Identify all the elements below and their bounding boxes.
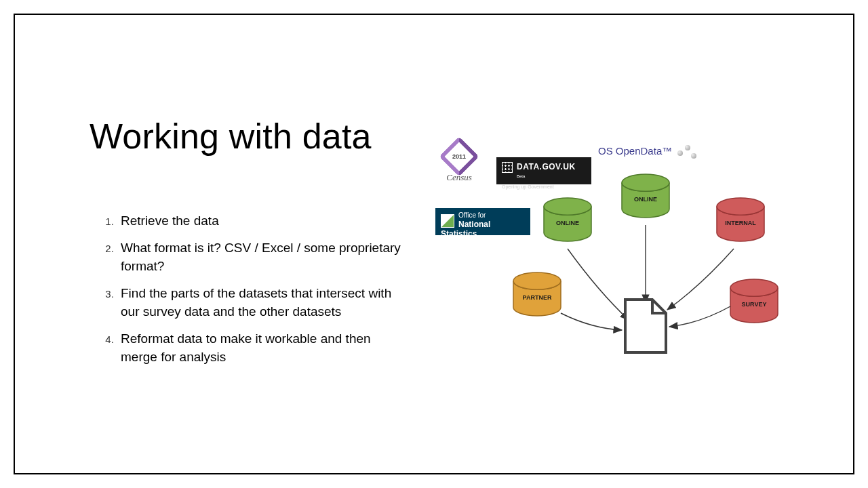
slide-title: Working with data (90, 117, 374, 157)
svg-point-2 (717, 198, 764, 215)
cylinder-label: SURVEY (742, 301, 767, 308)
data-flow-diagram: 2011 Census DATA.GOV.UK Beta Opening up … (415, 130, 829, 394)
cylinder-partner: PARTNER (513, 272, 561, 316)
svg-point-1 (622, 174, 669, 191)
cylinder-online1: ONLINE (544, 198, 591, 241)
list-item: What format is it? CSV / Excel / some pr… (117, 239, 401, 276)
svg-point-4 (730, 279, 778, 296)
arrow-survey (669, 306, 730, 327)
list-item: Reformat data to make it workable and th… (117, 329, 401, 367)
svg-point-3 (513, 272, 561, 289)
cylinder-label: INTERNAL (725, 220, 756, 226)
cylinder-label: ONLINE (556, 220, 579, 226)
bullet-list: Retrieve the data What format is it? CSV… (90, 211, 401, 375)
arrow-partner (561, 313, 622, 330)
svg-point-0 (544, 198, 591, 215)
diagram-svg: ONLINEONLINEINTERNALPARTNERSURVEY (415, 130, 829, 394)
list-item: Retrieve the data (117, 211, 401, 230)
cylinder-label: ONLINE (634, 196, 657, 203)
cylinder-internal: INTERNAL (717, 198, 764, 241)
arrow-online1 (568, 249, 629, 320)
cylinder-survey: SURVEY (730, 279, 778, 323)
document-icon (625, 300, 666, 352)
list-item: Find the parts of the datasets that inte… (117, 284, 401, 321)
cylinder-label: PARTNER (523, 294, 552, 301)
cylinder-online2: ONLINE (622, 174, 669, 218)
arrow-internal (667, 249, 734, 310)
slide-frame: Working with data Retrieve the data What… (14, 14, 854, 474)
